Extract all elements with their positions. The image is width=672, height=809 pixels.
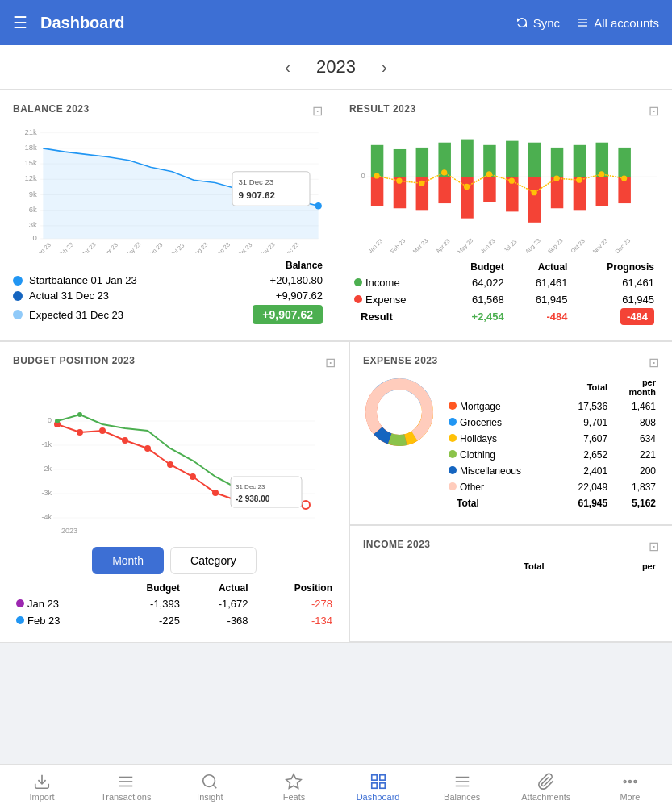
svg-point-100 [167,461,173,468]
nav-feats[interactable]: Feats [252,765,336,809]
expense-content: Total permonth Mortgage 17,536 1,461 [363,376,659,511]
svg-point-62 [396,178,402,184]
chart-point [315,202,322,210]
svg-point-132 [634,780,637,782]
svg-text:2023: 2023 [61,527,77,535]
svg-rect-48 [483,177,495,202]
prev-year-button[interactable]: ‹ [278,58,297,77]
svg-text:Nov 23: Nov 23 [257,241,276,253]
accounts-button[interactable]: All accounts [576,16,659,30]
menu-icon[interactable]: ☰ [13,13,27,32]
svg-text:Aug 23: Aug 23 [190,241,209,253]
svg-rect-126 [371,774,376,779]
svg-point-68 [532,190,537,195]
result-bars [371,140,631,223]
svg-text:Mar 23: Mar 23 [79,241,98,253]
svg-point-123 [203,774,215,786]
balances-icon [453,773,471,790]
feats-icon [285,773,303,790]
svg-text:Oct 23: Oct 23 [236,241,253,253]
income-card-header: ⊡ INCOME 2023 [363,539,659,550]
svg-text:Feb 23: Feb 23 [389,237,407,253]
nav-dashboard[interactable]: Dashboard [336,765,420,809]
balance-card-title: ⊡ BALANCE 2023 [13,103,323,115]
month-button[interactable]: Month [92,547,164,574]
result-chart-svg: 0 [349,124,659,253]
svg-text:Oct 23: Oct 23 [569,237,586,253]
svg-text:Jul 23: Jul 23 [503,238,519,253]
svg-text:May 23: May 23 [456,236,474,253]
svg-text:0: 0 [33,233,37,242]
svg-text:May 23: May 23 [123,240,143,253]
expense-table: Total permonth Mortgage 17,536 1,461 [445,376,659,511]
svg-rect-41 [416,148,428,177]
svg-point-131 [629,780,632,782]
nav-more[interactable]: More [588,765,672,809]
income-table: Total per [363,560,659,573]
balance-export-icon[interactable]: ⊡ [312,103,323,119]
header-right: Sync All accounts [515,16,659,30]
svg-text:Jan 23: Jan 23 [366,237,384,253]
svg-text:Aug 23: Aug 23 [524,237,542,253]
accounts-icon [576,16,589,29]
balance-chart-svg: 21k 18k 15k 12k 9k 6k 3k 0 [13,124,323,253]
result-sum-row: Result +2,454 -484 -484 [349,308,659,325]
attachments-icon [537,773,555,790]
svg-point-70 [576,177,582,183]
svg-point-97 [99,427,106,434]
svg-text:9k: 9k [29,190,37,198]
nav-insight[interactable]: Insight [168,765,252,809]
svg-text:Jan 23: Jan 23 [35,241,52,253]
svg-point-130 [624,780,626,782]
more-icon [621,773,639,790]
nav-transactions[interactable]: Transactions [84,765,168,809]
svg-rect-46 [461,177,473,219]
import-icon [33,773,51,790]
svg-text:6k: 6k [29,205,37,214]
svg-text:0: 0 [48,416,52,424]
bottom-row: ⊡ BUDGET POSITION 2023 0 -1k -2k -3k -4k [0,341,672,643]
nav-attachments[interactable]: Attachments [504,765,588,809]
svg-rect-127 [379,774,384,779]
svg-rect-58 [596,177,608,206]
sync-button[interactable]: Sync [515,16,560,30]
svg-text:Jun 23: Jun 23 [146,241,164,253]
balance-legend: Balance Startbalance 01 Jan 23 +20,180.8… [13,260,323,324]
budget-export-icon[interactable]: ⊡ [325,355,336,370]
svg-point-64 [441,169,447,175]
budget-chart-svg: 0 -1k -2k -3k -4k [13,376,336,537]
svg-rect-55 [574,145,586,177]
insight-icon [201,773,219,790]
svg-rect-128 [371,782,376,787]
svg-rect-49 [506,141,518,177]
right-column: ⊡ EXPENSE 2023 [349,341,672,642]
mortgage-row: Mortgage 17,536 1,461 [445,398,659,415]
svg-rect-129 [379,782,384,787]
groceries-row: Groceries 9,701 808 [445,415,659,431]
expense-card: ⊡ EXPENSE 2023 [349,341,672,525]
next-year-button[interactable]: › [375,58,394,77]
top-row: ⊡ BALANCE 2023 21k 18k 15k 12k 9k 6k 3k … [0,90,672,341]
svg-point-72 [621,175,627,181]
svg-text:Nov 23: Nov 23 [591,237,610,253]
transactions-icon [117,773,135,790]
svg-text:-2k: -2k [41,465,52,473]
donut-svg [363,376,436,448]
expected-dot [13,310,23,319]
result-export-icon[interactable]: ⊡ [649,103,659,119]
result-card-header: ⊡ RESULT 2023 [349,103,659,115]
dashboard-icon [369,773,387,790]
main-content: ⊡ BALANCE 2023 21k 18k 15k 12k 9k 6k 3k … [0,90,672,691]
svg-text:Mar 23: Mar 23 [411,237,429,253]
svg-rect-44 [438,177,450,203]
nav-import[interactable]: Import [0,765,84,809]
svg-point-65 [464,184,470,190]
nav-balances[interactable]: Balances [420,765,504,809]
svg-point-96 [77,429,83,436]
svg-point-71 [599,171,604,177]
svg-point-107 [55,419,60,423]
expense-export-icon[interactable]: ⊡ [649,355,659,370]
income-export-icon[interactable]: ⊡ [649,539,659,554]
category-button[interactable]: Category [170,547,257,574]
svg-text:18k: 18k [24,143,37,152]
